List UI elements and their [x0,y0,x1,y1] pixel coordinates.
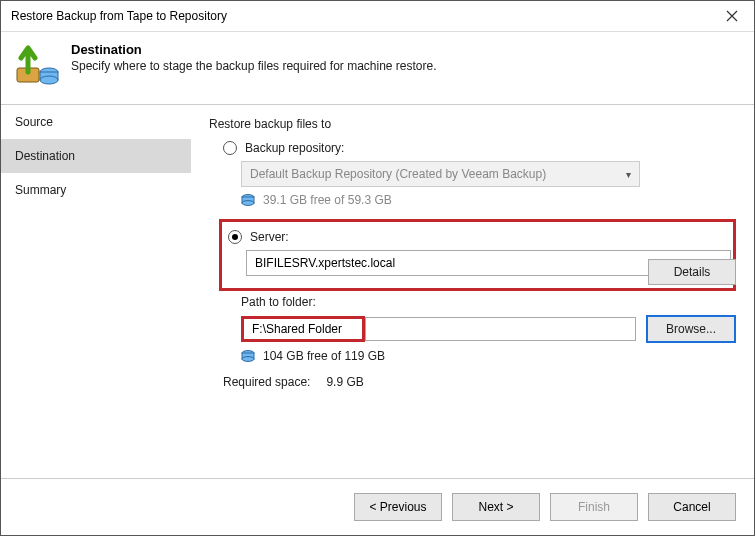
cancel-button[interactable]: Cancel [648,493,736,521]
required-space-label: Required space: [223,375,310,389]
option-backup-repository-row: Backup repository: [223,141,736,155]
main-panel: Restore backup files to Backup repositor… [191,105,754,478]
close-icon [726,10,738,22]
chevron-down-icon: ▾ [617,162,639,186]
step-destination[interactable]: Destination [1,139,191,173]
page-subtitle: Specify where to stage the backup files … [71,59,437,73]
path-input-extended[interactable] [365,317,636,341]
disk-icon [241,349,255,363]
svg-point-6 [242,201,254,206]
radio-backup-repository[interactable] [223,141,237,155]
svg-point-9 [242,357,254,362]
next-button[interactable]: Next > [452,493,540,521]
previous-button[interactable]: < Previous [354,493,442,521]
label-backup-repository: Backup repository: [245,141,344,155]
repo-free-space: 39.1 GB free of 59.3 GB [263,193,392,207]
browse-button[interactable]: Browse... [646,315,736,343]
path-free-space: 104 GB free of 119 GB [263,349,385,363]
label-server: Server: [250,230,289,244]
repo-dropdown: Default Backup Repository (Created by Ve… [241,161,640,187]
highlight-path-input [241,316,365,342]
label-path: Path to folder: [241,295,736,309]
disk-icon [241,193,255,207]
step-summary[interactable]: Summary [1,173,191,207]
required-space-value: 9.9 GB [326,375,363,389]
wizard-header: Destination Specify where to stage the b… [1,32,754,104]
svg-point-3 [40,76,58,84]
wizard-footer: < Previous Next > Finish Cancel [1,478,754,535]
path-input[interactable] [244,319,362,339]
window-title: Restore Backup from Tape to Repository [11,9,227,23]
titlebar: Restore Backup from Tape to Repository [1,1,754,32]
close-button[interactable] [710,1,754,31]
radio-server[interactable] [228,230,242,244]
required-space-row: Required space: 9.9 GB [223,375,736,389]
wizard-icon [15,42,59,86]
server-dropdown-value: BIFILESRV.xpertstec.local [255,256,395,270]
page-title: Destination [71,42,437,57]
wizard-steps: Source Destination Summary [1,105,191,478]
step-source[interactable]: Source [1,105,191,139]
finish-button: Finish [550,493,638,521]
details-button[interactable]: Details [648,259,736,285]
section-heading: Restore backup files to [209,117,736,131]
repo-dropdown-value: Default Backup Repository (Created by Ve… [250,167,546,181]
